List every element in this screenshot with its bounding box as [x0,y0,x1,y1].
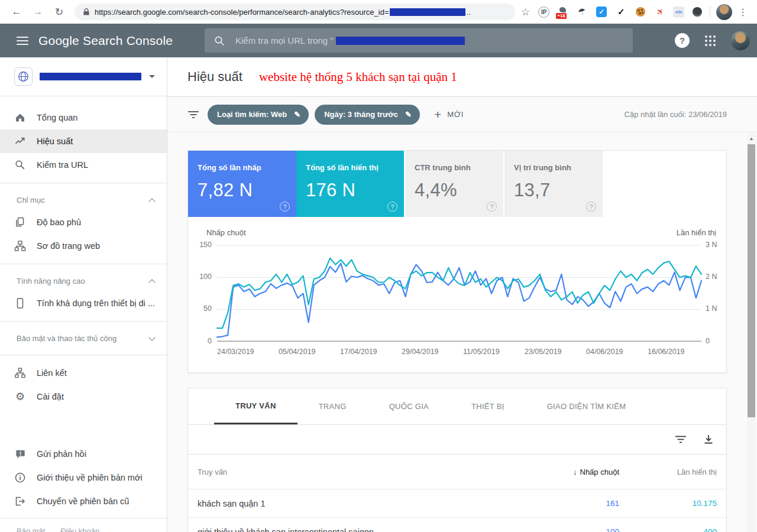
section-security[interactable]: Bảo mật và thao tác thủ công [0,327,167,349]
extension-check-icon[interactable]: ✓ [614,5,627,18]
address-bar[interactable]: https://search.google.com/search-console… [75,4,515,20]
metric-tile-average-position[interactable]: Vị trí trung bình 13,7 ? [504,151,603,217]
help-icon[interactable]: ? [280,202,290,212]
property-selector[interactable] [0,57,167,96]
sidebar-item-feedback[interactable]: Gửi phản hồi [0,442,167,466]
metric-value: 7,82 N [198,180,287,201]
scrollbar-up-arrow[interactable]: ▲ [747,134,756,143]
column-header-query[interactable]: Truy vấn [198,468,548,476]
sidebar-item-label: Gửi phản hồi [37,449,86,459]
column-header-clicks[interactable]: ↓Nhấp chuột [548,468,619,476]
right-axis-label: Lần hiển thị [677,228,716,237]
filter-chip-date-range[interactable]: Ngày: 3 tháng trước ✎ [315,105,420,125]
browser-menu-icon[interactable]: ⋮ [738,7,748,18]
x-axis-tick: 11/05/2019 [463,348,500,356]
sidebar-item-label: Tính khả dụng trên thiết bị di ... [37,299,155,308]
home-icon [14,112,26,124]
apps-grid-icon[interactable] [705,35,716,46]
sidebar-divider [0,355,167,355]
browser-profile-avatar[interactable] [716,4,732,20]
footer-link-privacy[interactable]: Bảo mật [17,527,45,532]
sidebar-item-settings[interactable]: ⚙ Cài đặt [0,385,167,408]
help-icon[interactable]: ? [586,202,596,212]
x-axis-tick: 23/05/2019 [525,348,562,356]
sidebar-item-coverage[interactable]: Độ bao phủ [0,210,167,234]
extension-bluecheck-icon[interactable]: ✓ [595,5,608,18]
sidebar-item-url-inspection[interactable]: Kiểm tra URL [0,153,167,177]
vertical-scrollbar[interactable]: ▲ [747,134,756,532]
metric-tile-average-ctr[interactable]: CTR trung bình 4,4% ? [405,151,503,217]
sidebar-item-mobile-usability[interactable]: Tính khả dụng trên thiết bị di ... [0,291,167,315]
metric-tile-total-clicks[interactable]: Tổng số lần nhấp 7,82 N ? [188,151,296,217]
right-axis-tick: 1 N [706,304,717,313]
download-icon[interactable] [704,434,713,445]
url-suffix: .. [467,8,471,17]
extension-rocket-icon[interactable]: ✈ [654,5,667,18]
performance-line-chart[interactable] [217,245,701,342]
help-icon[interactable]: ? [487,202,497,212]
metric-tiles: Tổng số lần nhấp 7,82 N ? Tổng số lần hi… [188,151,726,217]
pencil-icon: ✎ [405,110,412,119]
metric-label: Tổng số lần nhấp [198,163,287,172]
sidebar-item-about-new-version[interactable]: Giới thiệu về phiên bản mới [0,466,167,489]
cookie-icon [636,7,645,17]
section-title: Chỉ mục [17,196,45,205]
tab-devices[interactable]: THIẾT BỊ [450,388,526,424]
tab-search-appearance[interactable]: GIAO DIỆN TÌM KIẾM [526,388,648,424]
tab-pages[interactable]: TRANG [297,388,368,424]
tab-countries[interactable]: QUỐC GIA [368,388,450,424]
sidebar-item-old-version[interactable]: Chuyển về phiên bản cũ [0,489,167,513]
table-row[interactable]: khách sạn quận 1 161 10.175 [188,489,726,517]
sidebar-item-performance[interactable]: Hiệu suất [0,129,167,153]
left-axis-tick: 150 [188,241,212,249]
sidebar-item-links[interactable]: Liên kết [0,361,167,385]
sidebar-item-label: Chuyển về phiên bản cũ [37,497,129,506]
x-axis-tick: 24/03/2019 [217,348,254,356]
metric-value: 13,7 [514,180,593,201]
plus-icon: + [434,108,441,122]
footer-link-terms[interactable]: Điều khoản [60,527,99,532]
extension-umbrella-icon[interactable]: ☂ [574,4,590,20]
extension-cookie-icon[interactable] [634,5,647,18]
help-icon[interactable]: ? [387,202,397,212]
url-inspect-searchbox[interactable]: Kiểm tra mọi URL trong " [205,28,633,53]
extension-incognito-icon[interactable] [691,5,704,18]
metric-tile-total-impressions[interactable]: Tổng số lần hiển thị 176 N ? [296,151,404,217]
x-axis-tick: 04/06/2019 [586,348,623,356]
table-filter-icon[interactable] [675,435,686,444]
extension-bird-money-icon[interactable]: +1$ [556,5,569,18]
filter-chip-search-type[interactable]: Loại tìm kiếm: Web ✎ [208,105,309,125]
sidebar-item-overview[interactable]: Tổng quan [0,106,167,129]
search-icon [214,35,225,46]
account-avatar[interactable] [731,31,750,50]
new-filter-button[interactable]: + MỚI [434,108,464,122]
extension-code-icon[interactable]: </> [673,7,684,18]
browser-forward-button[interactable]: → [30,4,46,20]
extensions-row: IP +1$ ☂ ✓ ✓ ✈ </> [538,5,704,18]
column-header-impressions[interactable]: Lần hiển thị [619,468,717,476]
sidebar-item-label: Giới thiệu về phiên bản mới [37,473,143,482]
screen: ← → ↻ https://search.google.com/search-c… [0,0,757,532]
section-enhancements[interactable]: Tính năng nâng cao [0,270,167,291]
toolbar-divider [710,6,710,18]
extension-ip-icon[interactable]: IP [538,7,549,18]
browser-reload-button[interactable]: ↻ [51,4,67,20]
coverage-icon [14,216,26,228]
table-row[interactable]: giới thiệu về khách sạn intercontinental… [188,517,726,532]
filter-icon[interactable] [187,110,199,119]
sidebar-item-label: Độ bao phủ [37,218,81,227]
tab-queries[interactable]: TRUY VẤN [214,388,297,424]
x-axis-tick: 29/04/2019 [402,348,439,356]
hamburger-menu-icon[interactable] [17,37,28,45]
section-index[interactable]: Chỉ mục [0,189,167,210]
content-area: Tổng số lần nhấp 7,82 N ? Tổng số lần hi… [167,132,757,532]
scrollbar-thumb[interactable] [748,144,755,417]
chevron-up-icon [149,197,155,203]
sitemap-icon [14,240,26,252]
bookmark-star-icon[interactable]: ☆ [521,6,530,18]
sidebar-item-sitemaps[interactable]: Sơ đồ trang web [0,234,167,258]
browser-back-button[interactable]: ← [8,4,25,20]
sidebar-item-label: Tổng quan [37,113,77,122]
help-icon[interactable]: ? [675,33,690,48]
sidebar-divider [0,183,167,183]
